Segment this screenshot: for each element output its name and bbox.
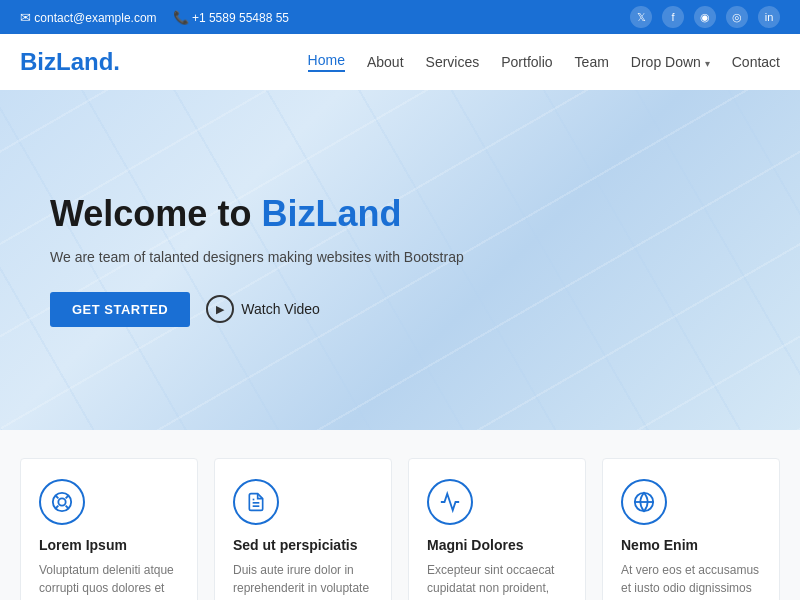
instagram-icon[interactable]: ◉: [694, 6, 716, 28]
phone-text: +1 5589 55488 55: [192, 11, 289, 25]
card-2-icon: [233, 479, 279, 525]
card-1-title: Lorem Ipsum: [39, 537, 179, 553]
nav-services[interactable]: Services: [426, 54, 480, 70]
hero-subtitle: We are team of talanted designers making…: [50, 247, 464, 268]
nav-portfolio[interactable]: Portfolio: [501, 54, 552, 70]
nav-contact[interactable]: Contact: [732, 54, 780, 70]
logo-text: BizLand: [20, 48, 113, 75]
svg-line-3: [66, 496, 69, 499]
card-2: Sed ut perspiciatis Duis aute irure dolo…: [214, 458, 392, 600]
card-1-icon: [39, 479, 85, 525]
chat-icon[interactable]: ◎: [726, 6, 748, 28]
svg-line-4: [56, 506, 59, 509]
card-4-icon: [621, 479, 667, 525]
nav-about[interactable]: About: [367, 54, 404, 70]
linkedin-icon[interactable]: in: [758, 6, 780, 28]
hero-title: Welcome to BizLand: [50, 193, 464, 234]
nav-team[interactable]: Team: [575, 54, 609, 70]
facebook-icon[interactable]: f: [662, 6, 684, 28]
card-3: Magni Dolores Excepteur sint occaecat cu…: [408, 458, 586, 600]
hero-content: Welcome to BizLand We are team of talant…: [0, 193, 514, 326]
phone-contact: 📞 +1 5589 55488 55: [173, 10, 289, 25]
cards-section: Lorem Ipsum Voluptatum deleniti atque co…: [0, 430, 800, 600]
card-3-title: Magni Dolores: [427, 537, 567, 553]
hero-section: Welcome to BizLand We are team of talant…: [0, 90, 800, 430]
header: BizLand. Home About Services Portfolio T…: [0, 34, 800, 90]
email-text: contact@example.com: [34, 11, 156, 25]
card-2-text: Duis aute irure dolor in reprehenderit i…: [233, 561, 373, 597]
phone-icon: 📞: [173, 10, 189, 25]
email-icon: ✉: [20, 10, 31, 25]
watch-video-label: Watch Video: [241, 301, 320, 317]
card-4-title: Nemo Enim: [621, 537, 761, 553]
hero-title-plain: Welcome to: [50, 193, 261, 234]
email-contact: ✉ contact@example.com: [20, 10, 157, 25]
card-4: Nemo Enim At vero eos et accusamus et iu…: [602, 458, 780, 600]
card-1: Lorem Ipsum Voluptatum deleniti atque co…: [20, 458, 198, 600]
top-bar: ✉ contact@example.com 📞 +1 5589 55488 55…: [0, 0, 800, 34]
svg-point-1: [58, 498, 65, 505]
svg-line-2: [56, 496, 59, 499]
dropdown-arrow-icon: ▾: [705, 58, 710, 69]
hero-actions: GET STARTED ▶ Watch Video: [50, 292, 464, 327]
twitter-icon[interactable]: 𝕏: [630, 6, 652, 28]
get-started-button[interactable]: GET STARTED: [50, 292, 190, 327]
play-icon: ▶: [206, 295, 234, 323]
main-nav: Home About Services Portfolio Team Drop …: [308, 52, 780, 72]
card-3-icon: [427, 479, 473, 525]
hero-title-highlight: BizLand: [261, 193, 401, 234]
watch-video-button[interactable]: ▶ Watch Video: [206, 295, 320, 323]
card-3-text: Excepteur sint occaecat cupidatat non pr…: [427, 561, 567, 597]
svg-line-5: [66, 506, 69, 509]
logo-dot: .: [113, 48, 120, 75]
logo: BizLand.: [20, 48, 120, 76]
social-links: 𝕏 f ◉ ◎ in: [630, 6, 780, 28]
nav-home[interactable]: Home: [308, 52, 345, 72]
nav-dropdown[interactable]: Drop Down ▾: [631, 54, 710, 70]
card-2-title: Sed ut perspiciatis: [233, 537, 373, 553]
card-4-text: At vero eos et accusamus et iusto odio d…: [621, 561, 761, 597]
top-bar-contact: ✉ contact@example.com 📞 +1 5589 55488 55: [20, 10, 289, 25]
card-1-text: Voluptatum deleniti atque corrupti quos …: [39, 561, 179, 597]
